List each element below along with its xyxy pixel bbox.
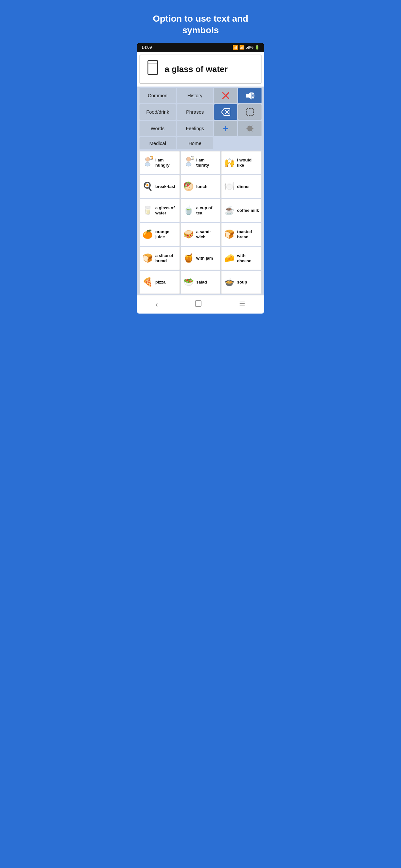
nav-home-button[interactable] <box>187 299 210 310</box>
coffee-label: coffee milk <box>237 208 259 213</box>
symbol-toasted-bread[interactable]: 🍞 toasted bread <box>221 223 261 246</box>
clear-button[interactable] <box>214 88 237 103</box>
nav-back-button[interactable]: ‹ <box>148 299 166 310</box>
water-icon: 🥛 <box>142 206 153 215</box>
salad-label: salad <box>196 280 207 285</box>
phone-frame: 14:09 📶 📶 59% 🔋 a glass of water Comm <box>137 43 264 314</box>
status-time: 14:09 <box>142 45 152 50</box>
would-like-label: I would like <box>237 158 259 168</box>
speaker-icon <box>245 91 255 100</box>
hungry-label: I am hungry <box>155 158 178 168</box>
settings-button[interactable] <box>238 121 261 136</box>
toasted-bread-icon: 🍞 <box>223 229 235 239</box>
speak-button[interactable] <box>238 88 261 103</box>
symbol-hungry[interactable]: 💭 🍞 I am hungry <box>140 151 180 175</box>
svg-rect-19 <box>195 301 201 306</box>
tea-label: a cup of tea <box>196 206 219 216</box>
signal-icon: 📶 <box>239 45 244 50</box>
gear-icon <box>245 124 254 133</box>
svg-rect-0 <box>148 60 158 74</box>
svg-text:🥛: 🥛 <box>191 156 194 159</box>
recent-apps-icon <box>239 300 246 307</box>
outer-wrapper: Option to use text and symbols 14:09 📶 📶… <box>134 0 267 320</box>
output-symbol-icon <box>145 59 161 80</box>
cat-btn-words[interactable]: Words <box>140 121 176 136</box>
expand-button[interactable] <box>238 104 261 120</box>
lunch-label: lunch <box>196 184 208 189</box>
nav-bar: ‹ <box>137 295 264 314</box>
jam-label: with jam <box>196 256 213 261</box>
water-glass-svg <box>146 59 160 76</box>
svg-point-12 <box>145 157 147 159</box>
thirsty-label: I am thirsty <box>196 158 219 168</box>
dinner-icon: 🍽️ <box>223 182 235 191</box>
cat-btn-common[interactable]: Common <box>140 88 176 103</box>
backspace-icon <box>221 108 230 116</box>
symbol-slice-bread[interactable]: 🍞 a slice of bread <box>140 247 180 270</box>
sandwich-icon: 🥪 <box>183 229 194 239</box>
pizza-label: pizza <box>155 280 166 285</box>
cat-btn-food[interactable]: Food/drink <box>140 104 176 120</box>
expand-icon <box>245 107 254 117</box>
cat-btn-phrases[interactable]: Phrases <box>177 104 213 120</box>
output-area[interactable]: a glass of water <box>140 55 261 84</box>
symbol-grid: 💭 🍞 I am hungry 💭 🥛 I am thirsty <box>137 151 264 295</box>
symbol-sandwich[interactable]: 🥪 a sand-wich <box>181 223 221 246</box>
orange-juice-label: orange juice <box>155 229 178 240</box>
soup-icon: 🍲 <box>223 277 235 287</box>
nav-recent-button[interactable] <box>231 299 253 310</box>
cheese-label: with cheese <box>237 253 259 264</box>
would-like-icon: 🙌 <box>223 157 235 168</box>
symbol-coffee[interactable]: ☕ coffee milk <box>221 199 261 222</box>
status-bar: 14:09 📶 📶 59% 🔋 <box>137 43 264 52</box>
symbol-tea[interactable]: 🍵 a cup of tea <box>181 199 221 222</box>
cat-btn-medical[interactable]: Medical <box>140 137 176 149</box>
salad-icon: 🥗 <box>183 277 194 287</box>
hungry-icon: 💭 🍞 <box>142 156 153 169</box>
cat-btn-feelings[interactable]: Feelings <box>177 121 213 136</box>
orange-juice-icon: 🍊 <box>142 229 153 239</box>
symbol-pizza[interactable]: 🍕 pizza <box>140 271 180 294</box>
svg-rect-8 <box>246 108 253 116</box>
water-label: a glass of water <box>155 206 178 216</box>
symbol-would-like[interactable]: 🙌 I would like <box>221 151 261 175</box>
svg-marker-4 <box>246 92 251 99</box>
svg-text:🍞: 🍞 <box>150 156 153 159</box>
symbol-thirsty[interactable]: 💭 🥛 I am thirsty <box>181 151 221 175</box>
svg-point-16 <box>186 162 191 166</box>
tea-icon: 🍵 <box>183 206 194 215</box>
cheese-icon: 🧀 <box>223 253 235 263</box>
x-icon <box>221 91 230 100</box>
wifi-icon: 📶 <box>233 45 238 50</box>
svg-point-15 <box>186 157 191 161</box>
dinner-label: dinner <box>237 184 250 189</box>
jam-icon: 🍯 <box>183 253 194 263</box>
slice-bread-label: a slice of bread <box>155 253 178 264</box>
cat-btn-history[interactable]: History <box>177 88 213 103</box>
thirsty-icon: 💭 🥛 <box>183 156 194 169</box>
breakfast-label: break-fast <box>155 184 175 189</box>
symbol-salad[interactable]: 🥗 salad <box>181 271 221 294</box>
lunch-icon: 🥙 <box>183 182 194 191</box>
slice-bread-icon: 🍞 <box>142 253 153 263</box>
cat-btn-home[interactable]: Home <box>177 137 213 149</box>
symbol-lunch[interactable]: 🥙 lunch <box>181 175 221 198</box>
symbol-cheese[interactable]: 🧀 with cheese <box>221 247 261 270</box>
backspace-button[interactable] <box>214 104 237 120</box>
battery-icon: 🔋 <box>255 45 259 50</box>
add-button[interactable]: + <box>214 121 237 136</box>
toasted-bread-label: toasted bread <box>237 229 259 240</box>
breakfast-icon: 🍳 <box>142 182 153 191</box>
svg-marker-5 <box>221 108 230 116</box>
output-text: a glass of water <box>165 64 227 74</box>
coffee-icon: ☕ <box>223 206 235 215</box>
symbol-breakfast[interactable]: 🍳 break-fast <box>140 175 180 198</box>
svg-point-11 <box>145 162 150 166</box>
symbol-orange-juice[interactable]: 🍊 orange juice <box>140 223 180 246</box>
status-right: 📶 📶 59% 🔋 <box>233 45 259 50</box>
symbol-dinner[interactable]: 🍽️ dinner <box>221 175 261 198</box>
symbol-jam[interactable]: 🍯 with jam <box>181 247 221 270</box>
symbol-soup[interactable]: 🍲 soup <box>221 271 261 294</box>
page-title: Option to use text and symbols <box>134 10 267 43</box>
symbol-water[interactable]: 🥛 a glass of water <box>140 199 180 222</box>
